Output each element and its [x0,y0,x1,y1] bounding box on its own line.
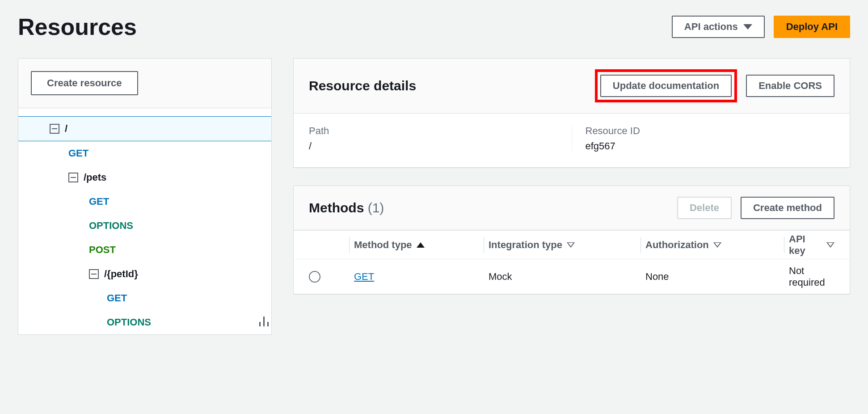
tree-node-pets-post[interactable]: POST [18,238,271,262]
resource-details-header: Resource details Update documentation En… [294,59,850,114]
methods-title-text: Methods [309,200,364,215]
collapse-icon[interactable] [68,173,78,182]
col-authorization[interactable]: Authorization [645,239,784,251]
methods-panel: Methods (1) Delete Create method Method … [293,186,850,294]
create-method-button[interactable]: Create method [741,197,834,219]
col-api-key[interactable]: API key [789,233,834,257]
resource-details-actions: Update documentation Enable CORS [595,69,834,102]
main-column: Resource details Update documentation En… [293,58,850,294]
caret-down-icon [743,24,752,30]
resource-tree: / GET /pets GET OPTIONS POST [18,108,271,334]
api-actions-label: API actions [684,21,738,33]
collapse-icon[interactable] [50,124,59,134]
col-integration-type[interactable]: Integration type [489,239,640,251]
row-select[interactable] [309,271,349,283]
create-resource-button[interactable]: Create resource [31,71,138,95]
resource-tree-panel: Create resource / GET /pets GET O [18,58,272,335]
col-method-type-label: Method type [354,239,412,251]
col-authorization-label: Authorization [645,239,709,251]
method-link[interactable]: GET [354,271,374,283]
detail-resource-id-value: efg567 [586,140,835,152]
col-integration-type-label: Integration type [489,239,562,251]
sort-icon [567,242,575,248]
detail-path-label: Path [309,125,558,137]
method-label: GET [68,148,88,159]
methods-title: Methods (1) [309,200,384,215]
methods-count: (1) [368,200,384,215]
tree-node-root[interactable]: / [18,116,271,141]
tree-node-label: /{petId} [104,268,138,280]
divider [640,237,641,253]
divider [784,237,784,253]
detail-path-value: / [309,140,558,152]
cell-api-key: Not required [789,265,834,288]
header-actions: API actions Deploy API [672,16,850,38]
tree-node-petid[interactable]: /{petId} [18,262,271,286]
method-label: OPTIONS [107,317,151,328]
update-documentation-highlight: Update documentation [595,69,737,102]
cell-integration: Mock [489,271,640,283]
method-label: OPTIONS [89,220,133,232]
enable-cors-button[interactable]: Enable CORS [746,75,834,97]
divider [484,237,484,253]
collapse-icon[interactable] [89,269,99,279]
tree-node-root-get[interactable]: GET [18,141,271,165]
col-api-key-label: API key [789,233,822,257]
page-header: Resources API actions Deploy API [18,13,850,40]
tree-node-pets[interactable]: /pets [18,165,271,190]
resource-details-title: Resource details [309,78,416,93]
resource-details-panel: Resource details Update documentation En… [293,58,850,168]
detail-resource-id-label: Resource ID [586,125,835,137]
sort-icon [713,242,721,248]
col-method-type[interactable]: Method type [354,239,484,251]
api-actions-button[interactable]: API actions [672,16,765,38]
tree-node-pets-options[interactable]: OPTIONS [18,214,271,238]
tree-node-petid-get[interactable]: GET [18,286,271,310]
method-label: POST [89,244,116,256]
resize-handle-icon[interactable] [259,317,269,326]
cell-authorization: None [645,271,784,283]
delete-method-button[interactable]: Delete [677,197,732,219]
method-label: GET [89,196,109,207]
methods-header: Methods (1) Delete Create method [294,186,850,230]
tree-node-label: /pets [84,172,106,183]
methods-table-header: Method type Integration type Authorizati… [294,230,850,259]
method-label: GET [107,292,127,304]
sort-asc-icon [417,242,425,248]
radio-icon[interactable] [309,271,320,283]
detail-path: Path / [309,125,572,152]
tree-node-pets-get[interactable]: GET [18,190,271,214]
resource-details-body: Path / Resource ID efg567 [294,114,850,167]
cell-method: GET [354,271,484,283]
divider [349,237,350,253]
methods-actions: Delete Create method [677,197,834,219]
sidebar-toolbar: Create resource [18,59,271,108]
methods-table-row[interactable]: GET Mock None Not required [294,259,850,294]
tree-node-petid-options[interactable]: OPTIONS [18,310,271,334]
detail-resource-id: Resource ID efg567 [572,125,835,152]
deploy-api-button[interactable]: Deploy API [774,16,850,38]
page-title: Resources [18,13,137,40]
tree-node-label: / [65,123,67,135]
sort-icon [826,242,834,248]
update-documentation-button[interactable]: Update documentation [600,75,732,97]
